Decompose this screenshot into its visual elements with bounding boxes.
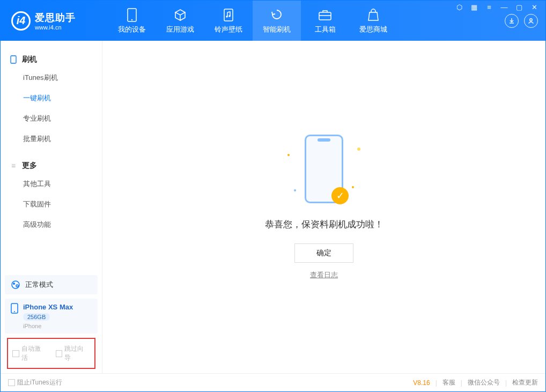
- toolbox-icon: [318, 8, 333, 23]
- device-name: iPhone XS Max: [23, 303, 73, 311]
- sidebar-item-onekey-flash[interactable]: 一键刷机: [1, 88, 102, 108]
- logo-icon: i4: [11, 11, 31, 31]
- tab-label: 应用游戏: [166, 25, 194, 34]
- group-label: 刷机: [22, 55, 37, 64]
- bag-icon: [366, 8, 381, 23]
- sidebar: 刷机 iTunes刷机 一键刷机 专业刷机 批量刷机 ≡ 更多 其他工具 下载固…: [1, 41, 102, 373]
- device-card[interactable]: iPhone XS Max 256GB iPhone: [5, 299, 98, 334]
- view-log-link[interactable]: 查看日志: [310, 270, 338, 280]
- mode-label: 正常模式: [25, 280, 53, 290]
- svg-point-1: [131, 19, 132, 20]
- device-icon: [9, 303, 20, 314]
- device-capacity: 256GB: [23, 313, 50, 321]
- music-icon: [221, 8, 236, 23]
- success-message: 恭喜您，保资料刷机成功啦！: [265, 218, 383, 231]
- window-grid-icon[interactable]: ▦: [470, 3, 478, 11]
- minimize-button[interactable]: —: [500, 3, 508, 11]
- checkbox-skip-guide[interactable]: 跳过向导: [56, 344, 91, 363]
- svg-point-10: [16, 285, 18, 287]
- svg-point-9: [13, 283, 15, 285]
- list-icon: ≡: [9, 161, 18, 170]
- tab-label: 智能刷机: [263, 25, 291, 34]
- tab-label: 铃声壁纸: [215, 25, 242, 34]
- phone-icon: [124, 8, 139, 23]
- checkbox-icon: [8, 379, 15, 386]
- checkbox-label: 跳过向导: [64, 344, 90, 363]
- check-badge-icon: ✓: [331, 187, 349, 204]
- mode-card[interactable]: 正常模式: [5, 275, 98, 294]
- group-label: 更多: [22, 161, 37, 171]
- close-button[interactable]: ✕: [530, 3, 538, 11]
- wechat-link[interactable]: 微信公众号: [468, 378, 500, 387]
- ok-button[interactable]: 确定: [294, 243, 353, 263]
- nav-tabs: 我的设备 应用游戏 铃声壁纸 智能刷机 工具箱 爱思商城: [108, 1, 397, 41]
- tab-label: 爱思商城: [359, 25, 387, 34]
- check-update-link[interactable]: 检查更新: [512, 378, 538, 387]
- tab-store[interactable]: 爱思商城: [349, 1, 397, 41]
- app-url: www.i4.cn: [35, 24, 76, 31]
- checkbox-icon: [12, 350, 19, 357]
- refresh-shield-icon: [269, 8, 284, 23]
- status-bar: 阻止iTunes运行 V8.16 | 客服 | 微信公众号 | 检查更新: [1, 373, 545, 391]
- support-link[interactable]: 客服: [442, 378, 455, 387]
- svg-rect-2: [224, 9, 233, 21]
- tab-ringtones[interactable]: 铃声壁纸: [204, 1, 253, 41]
- tab-smart-flash[interactable]: 智能刷机: [253, 1, 301, 41]
- checkbox-icon: [56, 350, 63, 357]
- checkbox-block-itunes[interactable]: 阻止iTunes运行: [8, 378, 62, 387]
- mode-icon: [10, 279, 21, 290]
- sidebar-item-batch-flash[interactable]: 批量刷机: [1, 129, 102, 149]
- sidebar-item-pro-flash[interactable]: 专业刷机: [1, 108, 102, 129]
- maximize-button[interactable]: ▢: [515, 3, 523, 11]
- highlighted-options: 自动激活 跳过向导: [7, 338, 95, 369]
- cube-icon: [173, 8, 188, 23]
- checkbox-label: 自动激活: [21, 344, 47, 363]
- svg-point-6: [530, 18, 532, 20]
- device-type: iPhone: [23, 323, 41, 329]
- svg-point-8: [12, 281, 19, 289]
- user-icon[interactable]: [524, 14, 538, 28]
- sidebar-item-other-tools[interactable]: 其他工具: [1, 174, 102, 194]
- tab-label: 工具箱: [315, 25, 336, 34]
- svg-point-4: [228, 15, 231, 17]
- phone-small-icon: [9, 55, 18, 64]
- app-name: 爱思助手: [35, 11, 76, 24]
- tab-toolbox[interactable]: 工具箱: [301, 1, 349, 41]
- svg-point-3: [226, 16, 228, 18]
- window-controls: ⬡ ▦ ≡ — ▢ ✕: [455, 3, 538, 11]
- checkbox-auto-activate[interactable]: 自动激活: [12, 344, 47, 363]
- svg-rect-7: [11, 56, 16, 63]
- svg-rect-5: [319, 12, 331, 20]
- version-label: V8.16: [413, 379, 430, 387]
- sidebar-item-download-firmware[interactable]: 下载固件: [1, 194, 102, 215]
- svg-point-12: [14, 311, 15, 312]
- window-shirt-icon[interactable]: ⬡: [455, 3, 463, 11]
- tab-apps-games[interactable]: 应用游戏: [156, 1, 204, 41]
- main-content: ✓ 恭喜您，保资料刷机成功啦！ 确定 查看日志: [102, 41, 545, 373]
- success-illustration: ✓: [276, 135, 372, 210]
- download-icon[interactable]: [505, 14, 519, 28]
- checkbox-label: 阻止iTunes运行: [17, 378, 62, 387]
- window-menu-icon[interactable]: ≡: [485, 3, 493, 11]
- sidebar-group-flash: 刷机: [1, 51, 102, 68]
- sidebar-item-itunes-flash[interactable]: iTunes刷机: [1, 68, 102, 88]
- logo: i4 爱思助手 www.i4.cn: [1, 11, 108, 31]
- tab-label: 我的设备: [118, 25, 146, 34]
- tab-my-device[interactable]: 我的设备: [108, 1, 156, 41]
- sidebar-item-advanced[interactable]: 高级功能: [1, 215, 102, 235]
- sidebar-group-more: ≡ 更多: [1, 158, 102, 174]
